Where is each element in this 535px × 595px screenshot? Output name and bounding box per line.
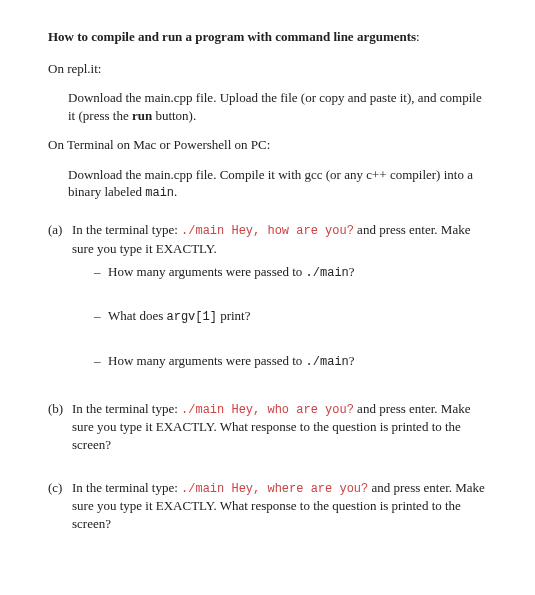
item-b-text1: In the terminal type: [72, 401, 181, 416]
item-c-command: ./main Hey, where are you? [181, 482, 368, 496]
item-c-body: In the terminal type: ./main Hey, where … [72, 479, 487, 532]
item-a-command: ./main Hey, how are you? [181, 224, 354, 238]
run-word: run [132, 108, 152, 123]
item-b: (b) In the terminal type: ./main Hey, wh… [48, 400, 487, 453]
item-a-sub3-body: How many arguments were passed to ./main… [108, 352, 487, 370]
replit-body: Download the main.cpp file. Upload the f… [68, 89, 487, 124]
item-a-sub1: – How many arguments were passed to ./ma… [94, 263, 487, 281]
document-page: How to compile and run a program with co… [0, 0, 535, 556]
item-a-sub3: – How many arguments were passed to ./ma… [94, 352, 487, 370]
item-a-sub2-body: What does argv[1] print? [108, 307, 487, 325]
item-a-sub3-text2: ? [349, 353, 355, 368]
item-b-label: (b) [48, 400, 72, 453]
item-a-sub1-cmd: ./main [306, 266, 349, 280]
item-a-sub3-cmd: ./main [306, 355, 349, 369]
item-a-sub2-text2: print? [217, 308, 251, 323]
item-c-text1: In the terminal type: [72, 480, 181, 495]
dash-icon: – [94, 352, 108, 370]
item-a-sub2-text1: What does [108, 308, 166, 323]
item-b-body: In the terminal type: ./main Hey, who ar… [72, 400, 487, 453]
section-heading: How to compile and run a program with co… [48, 28, 487, 46]
item-a-sub2-cmd: argv[1] [166, 310, 216, 324]
replit-body-text1: Download the main.cpp file. Upload the f… [68, 90, 482, 123]
item-a-sub2: – What does argv[1] print? [94, 307, 487, 325]
heading-tail: : [416, 29, 420, 44]
item-a: (a) In the terminal type: ./main Hey, ho… [48, 221, 487, 387]
item-a-sub1-text1: How many arguments were passed to [108, 264, 306, 279]
item-a-sublist: – How many arguments were passed to ./ma… [94, 263, 487, 370]
item-a-sub1-text2: ? [349, 264, 355, 279]
terminal-body: Download the main.cpp file. Compile it w… [68, 166, 487, 202]
item-c: (c) In the terminal type: ./main Hey, wh… [48, 479, 487, 532]
main-binary-name: main [145, 186, 174, 200]
dash-icon: – [94, 307, 108, 325]
item-a-label: (a) [48, 221, 72, 387]
dash-icon: – [94, 263, 108, 281]
item-a-text1: In the terminal type: [72, 222, 181, 237]
item-a-body: In the terminal type: ./main Hey, how ar… [72, 221, 487, 387]
item-a-sub1-body: How many arguments were passed to ./main… [108, 263, 487, 281]
item-a-sub3-text1: How many arguments were passed to [108, 353, 306, 368]
heading-bold: How to compile and run a program with co… [48, 29, 416, 44]
replit-body-text2: button). [152, 108, 196, 123]
replit-intro: On repl.it: [48, 60, 487, 78]
terminal-intro: On Terminal on Mac or Powershell on PC: [48, 136, 487, 154]
terminal-body-text2: . [174, 184, 177, 199]
terminal-body-text1: Download the main.cpp file. Compile it w… [68, 167, 473, 200]
item-c-label: (c) [48, 479, 72, 532]
item-b-command: ./main Hey, who are you? [181, 403, 354, 417]
